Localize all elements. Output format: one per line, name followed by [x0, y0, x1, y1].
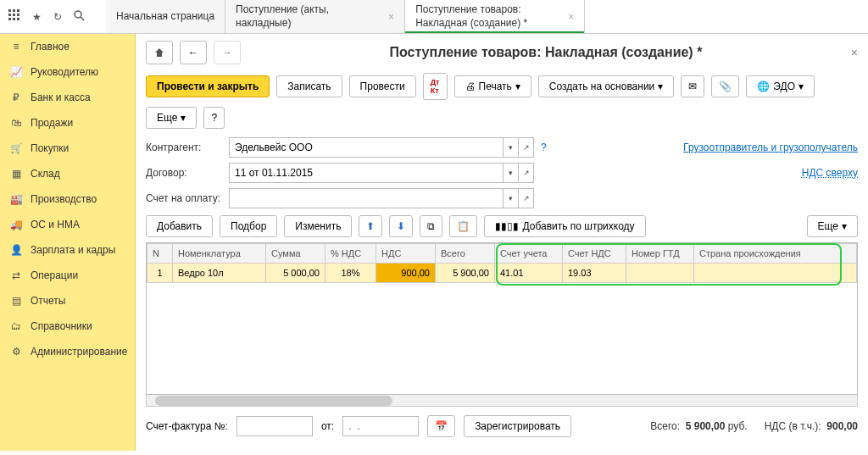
- chevron-down-icon: ▾: [842, 220, 847, 232]
- sidebar-item-payroll[interactable]: 👤Зарплата и кадры: [0, 237, 135, 263]
- dk-button[interactable]: ДтКт: [423, 73, 448, 100]
- col-n[interactable]: N: [147, 244, 173, 264]
- dropdown-button[interactable]: ▾: [503, 164, 518, 182]
- col-vatacct[interactable]: Счет НДС: [563, 244, 626, 264]
- sidebar-item-reports[interactable]: ▤Отчеты: [0, 288, 135, 314]
- col-acct[interactable]: Счет учета: [495, 244, 563, 264]
- sidebar-item-operations[interactable]: ⇄Операции: [0, 263, 135, 288]
- scrollbar-thumb[interactable]: [155, 396, 392, 406]
- open-button[interactable]: ↗: [518, 189, 533, 208]
- history-icon[interactable]: ↻: [53, 11, 62, 23]
- mail-button[interactable]: ✉: [681, 75, 704, 97]
- sidebar-item-production[interactable]: 🏭Производство: [0, 186, 135, 212]
- counterparty-input[interactable]: [230, 141, 503, 153]
- ruble-icon: ₽: [10, 92, 22, 103]
- sidebar-item-label: Производство: [31, 193, 97, 205]
- sidebar-item-purchases[interactable]: 🛒Покупки: [0, 136, 135, 161]
- invoice-date-input[interactable]: [342, 416, 419, 436]
- truck-icon: 🚚: [10, 219, 22, 230]
- post-button[interactable]: Провести: [349, 75, 416, 97]
- create-based-on-button[interactable]: Создать на основании▾: [538, 75, 675, 97]
- col-total[interactable]: Всего: [436, 244, 495, 264]
- open-button[interactable]: ↗: [518, 138, 533, 157]
- dropdown-button[interactable]: ▾: [503, 189, 518, 208]
- sidebar-item-reference[interactable]: 🗂Справочники: [0, 314, 135, 339]
- col-vat[interactable]: НДС: [376, 244, 436, 264]
- sidebar-item-warehouse[interactable]: ▦Склад: [0, 161, 135, 186]
- edo-button[interactable]: 🌐ЭДО▾: [746, 75, 815, 97]
- help-button[interactable]: ?: [203, 107, 225, 129]
- cell-country[interactable]: [694, 264, 857, 283]
- cell-sum[interactable]: 5 000,00: [266, 264, 326, 283]
- cell-n[interactable]: 1: [147, 264, 173, 283]
- calendar-button[interactable]: 📅: [427, 415, 455, 437]
- star-icon[interactable]: ★: [32, 11, 42, 23]
- sidebar-item-label: Администрирование: [31, 346, 127, 358]
- change-button[interactable]: Изменить: [284, 215, 352, 237]
- home-button[interactable]: [146, 41, 173, 64]
- search-icon[interactable]: [74, 10, 85, 24]
- close-icon[interactable]: ×: [388, 11, 394, 23]
- sidebar-item-sales[interactable]: 🛍Продажи: [0, 110, 135, 136]
- col-country[interactable]: Страна происхождения: [694, 244, 857, 264]
- apps-icon[interactable]: [8, 9, 20, 24]
- tab-start[interactable]: Начальная страница: [106, 0, 225, 33]
- contract-input[interactable]: [230, 167, 503, 179]
- sidebar-item-admin[interactable]: ⚙Администрирование: [0, 339, 135, 364]
- help-link[interactable]: ?: [541, 141, 547, 153]
- counterparty-label: Контрагент:: [146, 141, 222, 153]
- tab-document[interactable]: Поступление товаров: Накладная (создание…: [405, 0, 585, 33]
- dropdown-button[interactable]: ▾: [503, 138, 518, 157]
- attach-button[interactable]: 📎: [711, 75, 739, 97]
- table-more-button[interactable]: Еще▾: [807, 215, 858, 237]
- cell-vatrate[interactable]: 18%: [326, 264, 376, 283]
- barcode-button[interactable]: ▮▮▯▮Добавить по штрихкоду: [484, 215, 645, 237]
- move-down-button[interactable]: ⬇: [389, 215, 413, 237]
- write-button[interactable]: Записать: [276, 75, 342, 97]
- move-up-button[interactable]: ⬆: [359, 215, 382, 237]
- cell-total[interactable]: 5 900,00: [436, 264, 495, 283]
- pick-button[interactable]: Подбор: [220, 215, 277, 237]
- col-gtd[interactable]: Номер ГТД: [626, 244, 694, 264]
- back-button[interactable]: ←: [180, 41, 207, 64]
- forward-button[interactable]: →: [214, 41, 241, 64]
- cell-acct[interactable]: 41.01: [495, 264, 563, 283]
- horizontal-scrollbar[interactable]: [146, 395, 858, 407]
- sidebar-item-main[interactable]: ≡Главное: [0, 34, 135, 59]
- col-sum[interactable]: Сумма: [266, 244, 326, 264]
- sidebar-item-label: ОС и НМА: [31, 219, 80, 230]
- invoice-input[interactable]: [230, 192, 503, 204]
- cell-gtd[interactable]: [626, 264, 694, 283]
- copy-button[interactable]: ⧉: [420, 215, 442, 237]
- print-button[interactable]: 🖨Печать▾: [454, 75, 531, 97]
- sidebar-item-bank[interactable]: ₽Банк и касса: [0, 85, 135, 110]
- sidebar: ≡Главное 📈Руководителю ₽Банк и касса 🛍Пр…: [0, 34, 136, 451]
- paperclip-icon: 📎: [719, 80, 732, 92]
- add-row-button[interactable]: Добавить: [146, 215, 213, 237]
- cell-vatacct[interactable]: 19.03: [563, 264, 626, 283]
- dk-icon: ДтКт: [431, 78, 440, 95]
- more-button[interactable]: Еще▾: [146, 107, 197, 129]
- paste-icon: 📋: [457, 220, 470, 232]
- doc-close-button[interactable]: ×: [851, 46, 858, 59]
- bag-icon: 🛍: [10, 117, 22, 129]
- col-item[interactable]: Номенклатура: [173, 244, 266, 264]
- sidebar-item-fixed[interactable]: 🚚ОС и НМА: [0, 212, 135, 237]
- vat-link[interactable]: НДС сверху: [802, 167, 858, 179]
- cell-vat[interactable]: 900,00: [376, 264, 436, 283]
- table-row[interactable]: 1 Ведро 10л 5 000,00 18% 900,00 5 900,00…: [147, 264, 857, 283]
- cell-item[interactable]: Ведро 10л: [173, 264, 266, 283]
- chevron-down-icon: ▾: [515, 80, 520, 92]
- close-icon[interactable]: ×: [568, 11, 574, 23]
- invoice-no-input[interactable]: [236, 416, 313, 436]
- post-and-close-button[interactable]: Провести и закрыть: [146, 75, 270, 97]
- shipper-link[interactable]: Грузоотправитель и грузополучатель: [683, 141, 858, 153]
- tab-receipts[interactable]: Поступление (акты, накладные) ×: [225, 0, 405, 33]
- vat-label: НДС (в т.ч.):: [765, 420, 821, 432]
- sidebar-item-manager[interactable]: 📈Руководителю: [0, 59, 135, 85]
- open-button[interactable]: ↗: [518, 164, 533, 182]
- register-button[interactable]: Зарегистрировать: [464, 415, 571, 437]
- paste-button[interactable]: 📋: [449, 215, 477, 237]
- tab-label: Начальная страница: [116, 10, 214, 24]
- col-vatrate[interactable]: % НДС: [326, 244, 376, 264]
